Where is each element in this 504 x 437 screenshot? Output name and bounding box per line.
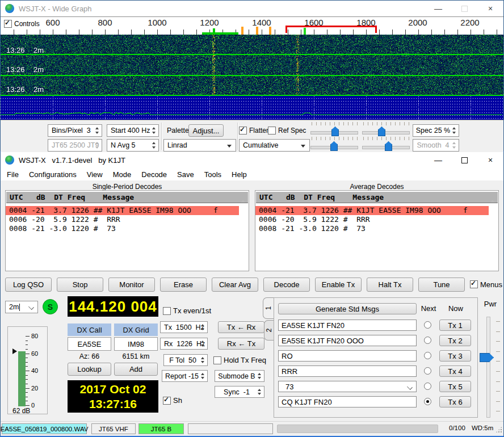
tx2-message-field[interactable]: EA5SE K1JT FN20 OOO <box>278 335 417 346</box>
tab-1[interactable]: 1 <box>263 297 274 319</box>
maximize-icon[interactable] <box>451 152 477 168</box>
waterfall-gain-slider[interactable] <box>310 122 358 137</box>
tx-from-rx-button[interactable]: Tx ← Rx <box>218 321 264 333</box>
minimize-icon[interactable]: — <box>425 1 451 16</box>
menu-save[interactable]: Save <box>172 169 199 180</box>
single-period-decodes-box: Single-Period Decodes UTC dB DT Freq Mes… <box>5 184 249 271</box>
scale-label: 800 <box>98 18 112 27</box>
start-freq-spinbox[interactable]: Start 400 Hz <box>107 124 159 137</box>
tx1-message-field[interactable]: EA5SE K1JT FN20 <box>278 320 417 331</box>
decode-row[interactable]: 0008 -21 -3.0 1220 # 73 <box>255 224 489 233</box>
log-qso-button[interactable]: Log QSO <box>5 278 52 292</box>
main-titlebar[interactable]: WSJT-X v1.7.1-devel by K1JT — × <box>1 152 503 168</box>
tune-button[interactable]: Tune <box>418 278 465 292</box>
band-combobox[interactable]: 2m <box>5 301 38 313</box>
tx6-next-radio[interactable] <box>424 398 431 405</box>
report-spinbox[interactable]: Report -15 <box>162 370 208 382</box>
tx6-now-button[interactable]: Tx 6 <box>439 396 471 407</box>
scrollbar-up-icon[interactable] <box>490 200 495 203</box>
lookup-button[interactable]: Lookup <box>68 363 111 376</box>
tx1-now-button[interactable]: Tx 1 <box>439 320 471 331</box>
enable-tx-button[interactable]: Enable Tx <box>315 278 362 292</box>
menus-checkbox[interactable]: Menus <box>470 280 502 289</box>
stop-button[interactable]: Stop <box>57 278 103 292</box>
wide-graph-titlebar[interactable]: WSJT-X - Wide Graph — × <box>1 1 503 16</box>
sh-checkbox[interactable]: Sh <box>163 396 182 405</box>
waterfall-zero-slider[interactable] <box>362 122 410 137</box>
spectrum-plot <box>1 96 503 120</box>
menu-tools[interactable]: Tools <box>199 169 226 180</box>
monitor-button[interactable]: Monitor <box>108 278 155 292</box>
tab-2[interactable]: 2 <box>264 320 274 341</box>
menu-mode[interactable]: Mode <box>108 169 137 180</box>
spec-percent-spinbox[interactable]: Spec 25 % <box>413 124 459 137</box>
maximize-icon[interactable] <box>451 1 477 16</box>
decode-button[interactable]: Decode <box>263 278 310 292</box>
hold-tx-freq-checkbox[interactable]: Hold Tx Freq <box>213 356 266 364</box>
add-button[interactable]: Add <box>114 363 158 376</box>
scrollbar-up-icon[interactable] <box>241 200 245 203</box>
decode-row[interactable]: 0006 -20 5.9 1222 # RRR <box>6 215 239 224</box>
wsjtx-globe-icon <box>5 156 14 165</box>
halt-tx-button[interactable]: Halt Tx <box>367 278 413 292</box>
menu-view[interactable]: View <box>82 169 108 180</box>
menu-bar: File Configurations View Mode Decode Sav… <box>1 168 503 180</box>
resize-grip[interactable] <box>495 426 502 433</box>
flatten-checkbox[interactable]: Flatten <box>239 127 270 135</box>
tx-freq-spinbox[interactable]: Tx 1500 Hz <box>160 321 208 333</box>
n-avg-spinbox[interactable]: N Avg 5 <box>107 139 159 152</box>
tx3-message-field[interactable]: RO <box>278 350 417 362</box>
adjust-button[interactable]: Adjust... <box>188 124 224 137</box>
tx3-now-button[interactable]: Tx 3 <box>439 350 471 362</box>
decode-row[interactable]: 0008 -21 -3.0 1220 # 73 <box>6 224 239 233</box>
submode-spinbox[interactable]: Submode B <box>215 370 264 382</box>
close-icon[interactable]: × <box>477 1 503 16</box>
dx-grid-field[interactable]: IM98 <box>114 337 158 351</box>
menu-help[interactable]: Help <box>226 169 252 180</box>
tx2-next-radio[interactable] <box>424 337 431 344</box>
controls-checkbox-box <box>4 20 12 28</box>
waterfall-display[interactable] <box>1 35 503 96</box>
tx4-now-button[interactable]: Tx 4 <box>439 365 471 377</box>
rx-from-tx-button[interactable]: Rx ← Tx <box>218 338 264 350</box>
controls-checkbox[interactable]: Controls <box>4 20 40 28</box>
spectrum-zero-slider[interactable] <box>362 137 410 152</box>
tx4-next-radio[interactable] <box>424 367 431 375</box>
tx1-next-radio[interactable] <box>424 321 431 329</box>
menu-file[interactable]: File <box>2 169 24 180</box>
sync-spinbox[interactable]: Sync -1 <box>215 386 264 398</box>
progress-bar <box>277 425 438 433</box>
erase-button[interactable]: Erase <box>160 278 207 292</box>
tx4-message-field[interactable]: RRR <box>278 365 417 377</box>
tx2-now-button[interactable]: Tx 2 <box>439 335 471 346</box>
status-indicator-button[interactable]: S <box>43 299 58 314</box>
frequency-ruler[interactable]: Controls 600 800 1000 1200 1400 1600 180… <box>1 16 503 35</box>
tx3-next-radio[interactable] <box>424 352 431 359</box>
bins-pixel-spinbox[interactable]: Bins/Pixel 3 <box>48 124 102 137</box>
dx-call-field[interactable]: EA5SE <box>68 337 111 351</box>
decode-row[interactable]: 0004 -21 3.7 1226 ## K1JT EA5SE IM98 OOO… <box>255 206 489 215</box>
decode-row[interactable]: 0004 -21 3.7 1226 ## K1JT EA5SE IM98 OOO… <box>6 206 239 215</box>
decode-row[interactable]: 0006 -20 5.9 1222 # RRR <box>255 215 489 224</box>
pwr-slider-handle[interactable] <box>480 353 494 362</box>
tx5-now-button[interactable]: Tx 5 <box>439 381 471 392</box>
tx5-message-combobox[interactable]: 73 <box>278 381 417 392</box>
tx-even-checkbox[interactable]: Tx even/1st <box>163 306 211 315</box>
clear-avg-button[interactable]: Clear Avg <box>212 278 258 292</box>
ref-spec-checkbox[interactable]: Ref Spec <box>268 127 306 135</box>
generate-std-msgs-button[interactable]: Generate Std Msgs <box>278 303 417 314</box>
menu-decode[interactable]: Decode <box>136 169 172 180</box>
minimize-icon[interactable]: — <box>425 152 451 168</box>
tx6-message-field[interactable]: CQ K1JT FN20 <box>278 396 417 407</box>
pwr-slider[interactable]: Pwr <box>479 300 504 420</box>
palette-combobox[interactable]: Linrad <box>163 139 236 152</box>
dx-call-label: DX Call <box>68 323 111 336</box>
close-icon[interactable]: × <box>477 152 503 168</box>
f-tol-spinbox[interactable]: F Tol 50 <box>163 354 208 366</box>
rx-freq-spinbox[interactable]: Rx 1226 Hz <box>160 338 208 350</box>
spectrum-mode-combobox[interactable]: Cumulative <box>239 139 310 152</box>
menu-configurations[interactable]: Configurations <box>24 169 82 180</box>
rx-freq-marker <box>213 28 215 33</box>
tx5-next-radio[interactable] <box>424 383 431 390</box>
spectrum-gain-slider[interactable] <box>310 137 358 152</box>
